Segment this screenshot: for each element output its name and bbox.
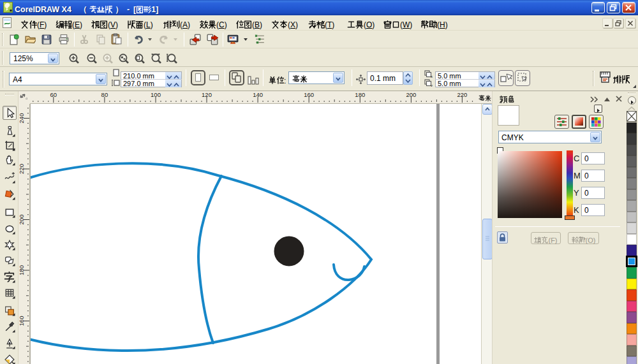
svg-text:180: 180 xyxy=(355,91,365,98)
svg-text:180: 180 xyxy=(19,265,25,275)
svg-text:140: 140 xyxy=(253,91,263,98)
svg-text:160: 160 xyxy=(304,91,314,98)
svg-text:80: 80 xyxy=(101,91,108,98)
svg-text:200: 200 xyxy=(406,91,416,98)
svg-text:120: 120 xyxy=(202,91,212,98)
svg-text:200: 200 xyxy=(19,215,25,225)
svg-text:y: y xyxy=(431,84,433,87)
svg-text:100: 100 xyxy=(151,91,161,98)
svg-text:220: 220 xyxy=(457,91,467,98)
svg-text:160: 160 xyxy=(19,316,25,326)
svg-text:240: 240 xyxy=(19,113,25,124)
svg-text:220: 220 xyxy=(19,164,25,174)
svg-text:60: 60 xyxy=(50,91,57,98)
svg-text:x: x xyxy=(431,75,433,78)
